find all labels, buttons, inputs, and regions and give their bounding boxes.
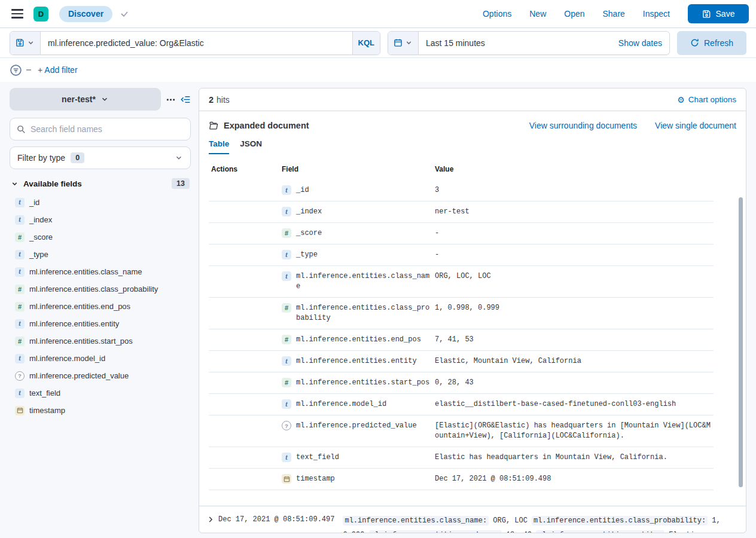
space-avatar[interactable]: D	[33, 7, 48, 22]
row-field-name: _type	[296, 250, 431, 260]
sidebar-field-item[interactable]: t ml.inference.model_id	[10, 350, 191, 367]
top-navigation-bar: D Discover OptionsNewOpenShareInspect Sa…	[0, 0, 756, 28]
show-dates-button[interactable]: Show dates	[618, 38, 669, 48]
row-field-value: -	[435, 228, 439, 239]
row-field-name: ml.inference.model_id	[296, 399, 431, 409]
hits-count: 2	[209, 95, 214, 105]
sidebar-field-item[interactable]: t text_field	[10, 384, 191, 402]
sidebar-field-item[interactable]: # _score	[10, 228, 191, 246]
sidebar-field-item[interactable]: t ml.inference.entities.class_name	[10, 263, 191, 280]
save-button[interactable]: Save	[688, 4, 749, 23]
saved-query-icon	[16, 38, 25, 47]
row-field-value: Elastic has headquarters in Mountain Vie…	[435, 453, 667, 463]
breadcrumb[interactable]: Discover	[59, 6, 112, 22]
sidebar-field-name: timestamp	[29, 406, 65, 415]
date-quick-menu[interactable]	[388, 32, 419, 54]
row-field-cell: t _type	[282, 250, 435, 260]
index-pattern-switcher[interactable]: ner-test*	[10, 88, 161, 111]
sidebar-field-item[interactable]: t _id	[10, 194, 191, 211]
row-field-value: [Elastic](ORG&Elastic) has headquarters …	[435, 421, 714, 441]
add-filter-button[interactable]: + Add filter	[38, 65, 78, 75]
sidebar-field-item[interactable]: t ml.inference.entities.entity	[10, 315, 191, 332]
collapse-sidebar-icon[interactable]	[181, 94, 191, 105]
sidebar-field-item[interactable]: # ml.inference.entities.start_pos	[10, 332, 191, 350]
row-actions-cell	[209, 335, 282, 345]
check-icon	[120, 9, 129, 19]
menu-icon[interactable]	[6, 2, 29, 25]
document-panel: 2 hits ⚙ Chart options Expanded document…	[199, 88, 746, 533]
sidebar-field-item[interactable]: t _index	[10, 211, 191, 228]
filter-by-type-select[interactable]: Filter by type 0	[10, 146, 191, 169]
row-field-cell: t ml.inference.entities.class_name	[282, 271, 435, 292]
sidebar-field-item[interactable]: t _type	[10, 246, 191, 263]
column-header-actions: Actions	[209, 165, 282, 173]
time-range-display[interactable]: Last 15 minutes	[419, 38, 618, 48]
string-field-type-icon: t	[15, 198, 25, 207]
nav-link-inspect[interactable]: Inspect	[643, 9, 670, 19]
type-filter-count-badge: 0	[71, 152, 84, 163]
number-field-type-icon: #	[15, 337, 25, 346]
expand-document-icon[interactable]	[206, 515, 215, 524]
source-field-badge: ml.inference.entities.class_probability:	[532, 516, 708, 525]
source-field-badge: ml.inference.entities.entity:	[536, 530, 664, 533]
table-row: t ml.inference.entities.class_name ORG, …	[209, 266, 714, 298]
hits-label: hits	[217, 95, 230, 105]
number-field-type-icon: #	[282, 303, 291, 313]
nav-link-options[interactable]: Options	[483, 9, 511, 19]
row-field-value: 1, 0.998, 0.999	[435, 303, 499, 323]
table-row: # ml.inference.entities.start_pos 0, 28,…	[209, 372, 714, 394]
sidebar-field-name: ml.inference.model_id	[29, 354, 105, 363]
row-actions-cell	[209, 271, 282, 292]
number-field-type-icon: #	[15, 302, 25, 311]
row-actions-cell	[209, 185, 282, 195]
field-search-input[interactable]	[31, 124, 184, 134]
saved-query-menu[interactable]	[10, 32, 41, 54]
view-surrounding-documents-link[interactable]: View surrounding documents	[529, 121, 637, 130]
column-header-field: Field	[282, 165, 435, 173]
row-actions-cell	[209, 378, 282, 388]
tab-json[interactable]: JSON	[240, 139, 262, 154]
vertical-scrollbar[interactable]	[739, 197, 743, 487]
number-field-type-icon: #	[15, 285, 25, 294]
string-field-type-icon: t	[15, 267, 25, 277]
row-actions-cell	[209, 399, 282, 409]
filter-icon[interactable]	[10, 64, 22, 77]
sidebar-field-item[interactable]: ? ml.inference.predicted_value	[10, 367, 191, 384]
view-single-document-link[interactable]: View single document	[655, 121, 736, 130]
string-field-type-icon: t	[282, 356, 291, 366]
row-field-cell: # ml.inference.entities.end_pos	[282, 335, 435, 345]
row-field-cell: t _index	[282, 207, 435, 217]
table-row: # _score -	[209, 223, 714, 244]
query-input[interactable]: ml.inference.predicted_value: Org&Elasti…	[41, 38, 352, 48]
refresh-button[interactable]: Refresh	[677, 31, 746, 55]
row-actions-cell	[209, 421, 282, 441]
sidebar-field-name: _score	[29, 233, 53, 242]
row-field-value: -	[435, 250, 439, 260]
chart-options-button[interactable]: ⚙ Chart options	[677, 95, 736, 104]
table-row: # ml.inference.entities.class_probabilit…	[209, 298, 714, 329]
sidebar-field-item[interactable]: # ml.inference.entities.class_probabilit…	[10, 280, 191, 298]
nav-link-share[interactable]: Share	[603, 9, 625, 19]
sidebar-field-name: ml.inference.entities.class_probability	[29, 285, 158, 294]
string-field-type-icon: t	[15, 215, 25, 225]
sidebar-field-item[interactable]: # ml.inference.entities.end_pos	[10, 298, 191, 315]
nav-link-new[interactable]: New	[529, 9, 546, 19]
table-row: # ml.inference.entities.end_pos 7, 41, 5…	[209, 329, 714, 351]
row-field-value: Dec 17, 2021 @ 08:51:09.498	[435, 474, 551, 484]
boxes-horizontal-icon[interactable]	[166, 95, 175, 104]
string-field-type-icon: t	[282, 399, 291, 409]
nav-link-open[interactable]: Open	[564, 9, 584, 19]
source-field-badge: ml.inference.entities.end_pos:	[369, 530, 502, 533]
sidebar-field-name: ml.inference.entities.entity	[29, 319, 119, 328]
query-language-button[interactable]: KQL	[352, 32, 380, 54]
row-field-value: ORG, LOC, LOC	[435, 271, 491, 292]
sidebar-field-name: ml.inference.entities.start_pos	[29, 337, 133, 346]
row-field-cell: # ml.inference.entities.class_probabilit…	[282, 303, 435, 323]
tab-table[interactable]: Table	[209, 139, 229, 154]
row-actions-cell	[209, 207, 282, 217]
sidebar-field-name: _type	[29, 250, 48, 259]
sidebar-field-item[interactable]: timestamp	[10, 402, 191, 419]
available-fields-header[interactable]: Available fields 13	[10, 178, 191, 189]
row-actions-cell	[209, 453, 282, 463]
row-field-name: ml.inference.entities.class_name	[296, 271, 431, 292]
